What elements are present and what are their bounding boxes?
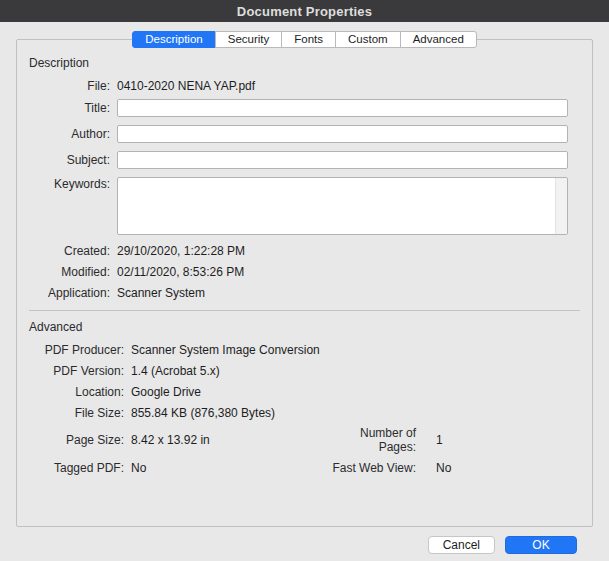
pdf-version-row: PDF Version: 1.4 (Acrobat 5.x) (29, 363, 580, 378)
file-row: File: 0410-2020 NENA YAP.pdf (29, 78, 580, 93)
tab-bar: Description Security Fonts Custom Advanc… (16, 31, 593, 48)
description-section-heading: Description (29, 56, 580, 70)
tagged-pdf-label: Tagged PDF: (29, 461, 131, 475)
tab-panel: Description File: 0410-2020 NENA YAP.pdf… (16, 39, 593, 527)
tagged-pdf-value: No (131, 461, 321, 475)
fast-web-view-value: No (436, 461, 451, 475)
ok-button[interactable]: OK (505, 536, 577, 554)
author-label: Author: (29, 127, 117, 141)
pdf-producer-value: Scanner System Image Conversion (131, 343, 320, 357)
keywords-row: Keywords: (29, 177, 580, 235)
author-input[interactable] (117, 125, 568, 143)
created-label: Created: (29, 244, 117, 258)
title-input[interactable] (117, 99, 568, 117)
tagged-pdf-row: Tagged PDF: No Fast Web View: No (29, 460, 580, 475)
location-value: Google Drive (131, 385, 201, 399)
title-row: Title: (29, 99, 580, 117)
advanced-rows: PDF Producer: Scanner System Image Conve… (29, 342, 580, 475)
title-label: Title: (29, 101, 117, 115)
file-size-label: File Size: (29, 406, 131, 420)
modified-row: Modified: 02/11/2020, 8:53:26 PM (29, 264, 580, 279)
subject-row: Subject: (29, 151, 580, 169)
page-size-label: Page Size: (29, 433, 131, 447)
keywords-scrollbar[interactable] (555, 178, 567, 234)
file-value: 0410-2020 NENA YAP.pdf (117, 79, 255, 93)
keywords-field-box (117, 177, 568, 235)
application-label: Application: (29, 286, 117, 300)
created-value: 29/10/2020, 1:22:28 PM (117, 244, 245, 258)
advanced-section-heading: Advanced (29, 320, 580, 334)
tab-advanced[interactable]: Advanced (400, 31, 477, 48)
location-row: Location: Google Drive (29, 384, 580, 399)
fast-web-view-label: Fast Web View: (321, 461, 416, 475)
application-row: Application: Scanner System (29, 285, 580, 300)
file-size-value: 855.84 KB (876,380 Bytes) (131, 406, 275, 420)
created-row: Created: 29/10/2020, 1:22:28 PM (29, 243, 580, 258)
file-size-row: File Size: 855.84 KB (876,380 Bytes) (29, 405, 580, 420)
keywords-label: Keywords: (29, 177, 117, 191)
page-size-row: Page Size: 8.42 x 13.92 in Number of Pag… (29, 426, 580, 454)
number-of-pages-label: Number of Pages: (321, 426, 416, 454)
document-properties-dialog: Document Properties Description Security… (0, 0, 609, 561)
page-size-value: 8.42 x 13.92 in (131, 433, 321, 447)
pdf-version-label: PDF Version: (29, 364, 131, 378)
modified-value: 02/11/2020, 8:53:26 PM (117, 265, 244, 279)
modified-label: Modified: (29, 265, 117, 279)
section-divider (29, 310, 580, 311)
number-of-pages-value: 1 (436, 433, 443, 447)
tab-security[interactable]: Security (215, 31, 283, 48)
dialog-buttons: Cancel OK (16, 536, 577, 554)
cancel-button[interactable]: Cancel (428, 536, 495, 554)
pdf-version-value: 1.4 (Acrobat 5.x) (131, 364, 220, 378)
file-label: File: (29, 79, 117, 93)
tab-custom[interactable]: Custom (335, 31, 401, 48)
title-bar: Document Properties (0, 0, 609, 22)
subject-input[interactable] (117, 151, 568, 169)
keywords-input[interactable] (118, 178, 555, 234)
dialog-content: Description Security Fonts Custom Advanc… (0, 22, 609, 554)
pdf-producer-row: PDF Producer: Scanner System Image Conve… (29, 342, 580, 357)
subject-label: Subject: (29, 153, 117, 167)
author-row: Author: (29, 125, 580, 143)
window-title: Document Properties (237, 4, 372, 19)
application-value: Scanner System (117, 286, 205, 300)
location-label: Location: (29, 385, 131, 399)
tab-description[interactable]: Description (132, 31, 216, 48)
tab-fonts[interactable]: Fonts (281, 31, 336, 48)
pdf-producer-label: PDF Producer: (29, 343, 131, 357)
